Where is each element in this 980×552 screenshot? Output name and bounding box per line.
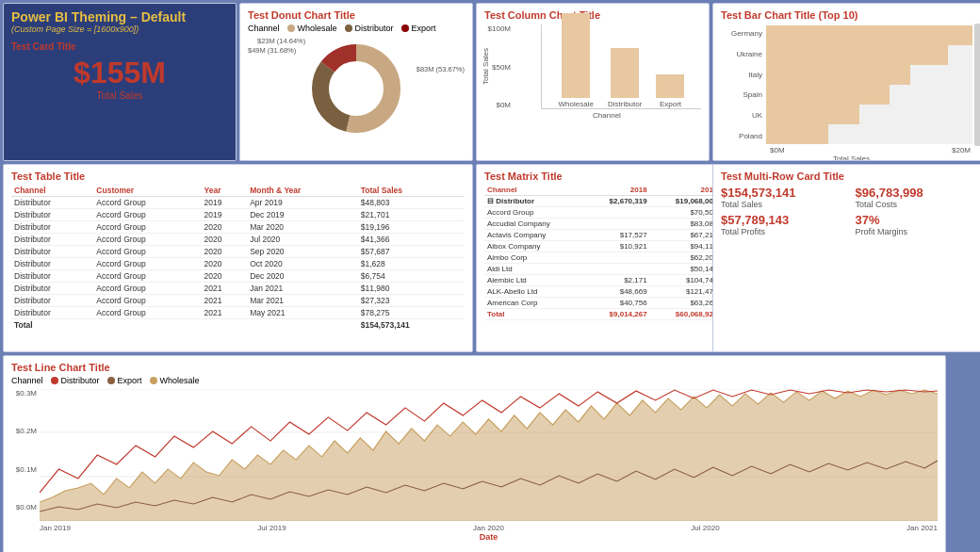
bar-export xyxy=(656,74,684,98)
bar-distributor xyxy=(611,48,639,98)
col-distributor: Distributor xyxy=(608,48,642,108)
donut-label-wholesale: $83M (53.67%) xyxy=(416,65,465,73)
multirow-label-2: Total Profits xyxy=(721,227,848,236)
multirow-label-0: Total Sales xyxy=(721,200,848,209)
line-chart-svg xyxy=(40,389,938,521)
hbar-spain xyxy=(766,85,972,105)
dashboard: Power BI Theming – Default (Custom Page … xyxy=(0,0,980,552)
line-x-label: Date xyxy=(40,532,938,542)
col-total-sales: Total Sales xyxy=(358,185,465,197)
multirow-card: Test Multi-Row Card Title $154,573,141 T… xyxy=(712,164,980,352)
donut-svg xyxy=(300,37,413,140)
table-scroll[interactable]: Channel Customer Year Month & Year Total… xyxy=(11,185,465,331)
table-row: DistributorAccord Group2020Oct 2020$1,62… xyxy=(11,258,465,270)
legend-wholesale: Wholesale xyxy=(287,24,337,33)
table-row: DistributorAccord Group2020Dec 2020$6,75… xyxy=(11,270,465,283)
hbar-uk xyxy=(766,105,972,124)
multirow-value-0: $154,573,141 xyxy=(721,186,848,200)
hbar-ukraine xyxy=(766,45,972,65)
legend-distributor: Distributor xyxy=(345,24,394,33)
line-chart-title: Test Line Chart Title xyxy=(11,362,938,373)
col-wholesale: Wholesale xyxy=(559,13,594,108)
main-title: Power BI Theming – Default xyxy=(11,9,228,24)
matrix-col-2019: 2019 xyxy=(650,185,721,196)
legend-line-export: Export xyxy=(107,376,142,385)
legend-channel-label: Channel xyxy=(248,24,280,33)
col-channel: Channel xyxy=(11,185,93,197)
table-row: DistributorAccord Group2020Jul 2020$41,3… xyxy=(11,234,465,246)
multirow-value-3: 37% xyxy=(856,213,981,227)
col-export: Export xyxy=(656,74,684,108)
hbar-germany xyxy=(766,25,972,45)
legend-line-distributor: Distributor xyxy=(51,376,100,385)
multirow-item-2: $57,789,143 Total Profits xyxy=(721,213,848,236)
multirow-item-0: $154,573,141 Total Sales xyxy=(721,186,848,209)
donut-legend: Channel Wholesale Distributor Export xyxy=(248,24,465,33)
hbar-italy xyxy=(766,65,972,85)
sub-title: (Custom Page Size = [1600x900]) xyxy=(11,24,228,34)
card-kpi-label: Test Card Title xyxy=(11,41,228,52)
column-chart-card: Test Column Chart Title $100M $50M $0M W… xyxy=(476,3,710,161)
bar-chart-bars xyxy=(766,24,972,146)
svg-point-3 xyxy=(332,64,381,113)
matrix-col-2018: 2018 xyxy=(586,185,650,196)
kpi-value: $155M xyxy=(11,56,228,90)
legend-export: Export xyxy=(401,24,436,33)
scrollbar[interactable] xyxy=(974,24,980,146)
table-row: DistributorAccord Group2021May 2021$78,2… xyxy=(11,307,465,319)
title-card: Power BI Theming – Default (Custom Page … xyxy=(3,3,237,161)
multirow-value-2: $57,789,143 xyxy=(721,213,848,227)
line-chart-card: Test Line Chart Title Channel Distributo… xyxy=(3,355,946,552)
bar-chart-y-labels: Germany Ukraine Italy Spain UK Poland xyxy=(721,24,766,146)
data-table: Channel Customer Year Month & Year Total… xyxy=(11,185,465,331)
multirow-label-3: Profit Margins xyxy=(856,227,981,236)
bar-chart-x-ticks: $0M $20M xyxy=(770,146,971,154)
table-row: DistributorAccord Group2019Dec 2019$21,7… xyxy=(11,209,465,221)
bar-chart-x-label: Total Sales xyxy=(721,154,980,161)
col-customer: Customer xyxy=(93,185,201,197)
bar-chart-card: Test Bar Chart Title (Top 10) Germany Uk… xyxy=(712,3,980,161)
column-bars: Wholesale Distributor Export xyxy=(541,24,701,109)
legend-line-wholesale: Wholesale xyxy=(150,376,200,385)
col-month-year: Month & Year xyxy=(247,185,358,197)
y-axis-label: Total Sales xyxy=(482,48,490,85)
donut-label-distributor: $49M (31.68%) xyxy=(248,46,296,55)
multirow-title: Test Multi-Row Card Title xyxy=(721,170,980,182)
table-row: DistributorAccord Group2021Mar 2021$27,3… xyxy=(11,295,465,307)
multirow-item-3: 37% Profit Margins xyxy=(856,213,981,236)
col-year: Year xyxy=(202,185,248,197)
table-card: Test Table Title Channel Customer Year M… xyxy=(3,164,473,352)
table-row: DistributorAccord Group2019Apr 2019$48,8… xyxy=(11,197,465,209)
kpi-label: Total Sales xyxy=(11,90,228,101)
table-header-row: Channel Customer Year Month & Year Total… xyxy=(11,185,465,197)
matrix-col-channel: Channel xyxy=(484,185,586,196)
line-y-axis: $0.3M $0.2M $0.1M $0.0M xyxy=(11,389,40,511)
multirow-grid: $154,573,141 Total Sales $96,783,998 Tot… xyxy=(721,186,980,236)
table-body: DistributorAccord Group2019Apr 2019$48,8… xyxy=(11,197,465,332)
line-chart-legend: Channel Distributor Export Wholesale xyxy=(11,376,938,385)
table-title: Test Table Title xyxy=(11,170,465,182)
donut-label-export: $23M (14.64%) xyxy=(257,37,305,45)
multirow-item-1: $96,783,998 Total Costs xyxy=(856,186,981,209)
bar-chart-title: Test Bar Chart Title (Top 10) xyxy=(721,9,980,21)
table-row: DistributorAccord Group2021Jan 2021$11,9… xyxy=(11,283,465,295)
table-row: DistributorAccord Group2020Mar 2020$19,1… xyxy=(11,221,465,234)
donut-chart-title: Test Donut Chart Title xyxy=(248,9,465,21)
line-chart-area: Jan 2019 Jul 2019 Jan 2020 Jul 2020 Jan … xyxy=(40,389,938,542)
table-row: DistributorAccord Group2020Sep 2020$57,6… xyxy=(11,246,465,258)
donut-chart-card: Test Donut Chart Title Channel Wholesale… xyxy=(239,3,473,161)
table-total-row: Total$154,573,141 xyxy=(11,319,465,332)
x-axis-label: Channel xyxy=(513,111,701,120)
multirow-value-1: $96,783,998 xyxy=(856,186,981,200)
legend-channel: Channel xyxy=(11,376,43,385)
multirow-label-1: Total Costs xyxy=(856,200,981,209)
bar-wholesale xyxy=(562,13,590,98)
line-x-ticks: Jan 2019 Jul 2019 Jan 2020 Jul 2020 Jan … xyxy=(40,524,938,532)
hbar-poland xyxy=(766,124,972,144)
